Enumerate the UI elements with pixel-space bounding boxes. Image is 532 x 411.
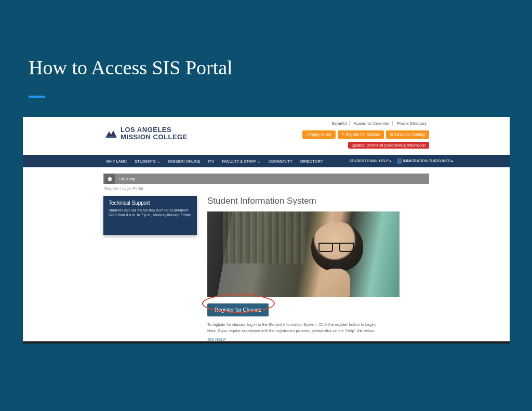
nav-directory[interactable]: DIRECTORY (300, 159, 323, 164)
instructions: To register for classes, log in to the S… (207, 322, 429, 334)
logo-icon (105, 128, 117, 139)
action-buttons: ☐ Apply Online ✎ Register For Classes ⊞ … (302, 130, 429, 139)
sis-heading: Student Information System (207, 196, 429, 206)
calendar-link[interactable]: Academic Calendar (351, 121, 393, 126)
utility-links: Español Academic Calendar Phone Director… (329, 121, 429, 126)
page-bar: SIS Help (103, 174, 429, 184)
espanol-link[interactable]: Español (329, 121, 350, 126)
sis-help-link[interactable]: SIS HELP (207, 337, 429, 342)
apply-online-button[interactable]: ☐ Apply Online (302, 130, 335, 139)
register-for-classes-button[interactable]: Register for Classes (207, 303, 269, 316)
technical-support-box: Technical Support Students can call the … (103, 196, 197, 235)
schedule-catalog-button[interactable]: ⊞ Schedule / Catalog (386, 130, 429, 139)
tech-support-title: Technical Support (109, 200, 192, 206)
main-nav: WHY LAMC STUDENTS ⌄ MISSION ONLINE ITV F… (23, 155, 510, 167)
svg-rect-1 (397, 158, 402, 164)
nav-immigration[interactable]: IMMIGRATION GUIDELINES ▸ (397, 158, 454, 164)
phone-link[interactable]: Phone Directory (394, 121, 429, 126)
college-logo[interactable]: LOS ANGELES MISSION COLLEGE (105, 126, 188, 140)
covid-alert[interactable]: Updated COVID-19 (Coronavirus) Informati… (348, 142, 429, 149)
nav-why-lamc[interactable]: WHY LAMC (106, 159, 127, 164)
breadcrumb: Register / Login Portal (103, 184, 429, 193)
nav-itv[interactable]: ITV (208, 159, 215, 164)
svg-point-0 (105, 136, 117, 138)
nav-students[interactable]: STUDENTS ⌄ (135, 159, 161, 164)
nav-student-email-help[interactable]: STUDENT EMAIL HELP ▸ (349, 159, 392, 163)
nav-community[interactable]: COMMUNITY (269, 159, 292, 164)
slide-title: How to Access SIS Portal (0, 0, 532, 79)
tech-support-text: Students can call the toll free number a… (109, 208, 192, 218)
content-area: SIS Help Register / Login Portal Technic… (23, 167, 510, 342)
title-underline (29, 96, 45, 98)
register-classes-button[interactable]: ✎ Register For Classes (338, 130, 384, 139)
embedded-screenshot: LOS ANGELES MISSION COLLEGE Español Acad… (23, 117, 510, 343)
student-photo (207, 211, 400, 297)
home-icon[interactable] (104, 174, 115, 184)
nav-faculty[interactable]: FACULTY & STAFF ⌄ (222, 159, 261, 164)
flag-icon (397, 158, 402, 164)
logo-text: LOS ANGELES MISSION COLLEGE (121, 126, 188, 140)
nav-mission-online[interactable]: MISSION ONLINE (168, 159, 201, 164)
site-header: LOS ANGELES MISSION COLLEGE Español Acad… (23, 117, 510, 155)
page-bar-title: SIS Help (115, 177, 140, 181)
